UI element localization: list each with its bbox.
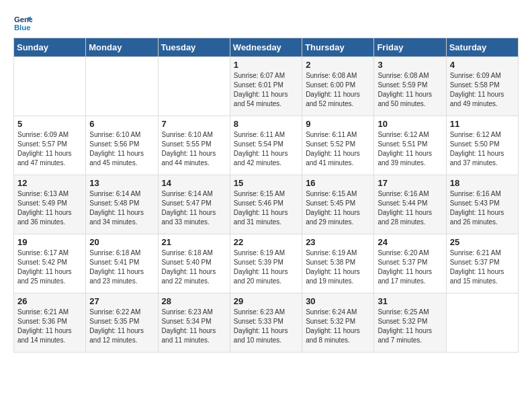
day-number: 28	[162, 296, 226, 306]
calendar-cell: 11Sunrise: 6:12 AM Sunset: 5:50 PM Dayli…	[446, 116, 518, 175]
calendar-cell: 30Sunrise: 6:24 AM Sunset: 5:32 PM Dayli…	[302, 293, 374, 353]
header-thursday: Thursday	[302, 38, 374, 57]
day-content: Sunrise: 6:19 AM Sunset: 5:39 PM Dayligh…	[234, 248, 298, 286]
calendar-cell	[158, 57, 230, 116]
day-content: Sunrise: 6:13 AM Sunset: 5:49 PM Dayligh…	[17, 189, 82, 227]
calendar-week-2: 5Sunrise: 6:09 AM Sunset: 5:57 PM Daylig…	[14, 116, 519, 175]
calendar-cell: 24Sunrise: 6:20 AM Sunset: 5:37 PM Dayli…	[374, 234, 446, 293]
day-number: 26	[17, 296, 82, 306]
day-number: 9	[306, 119, 370, 129]
calendar-week-4: 19Sunrise: 6:17 AM Sunset: 5:42 PM Dayli…	[14, 234, 519, 293]
calendar-week-1: 1Sunrise: 6:07 AM Sunset: 6:01 PM Daylig…	[14, 57, 519, 116]
day-content: Sunrise: 6:15 AM Sunset: 5:45 PM Dayligh…	[306, 189, 370, 227]
day-content: Sunrise: 6:09 AM Sunset: 5:58 PM Dayligh…	[450, 71, 515, 109]
header-friday: Friday	[374, 38, 446, 57]
calendar-cell: 12Sunrise: 6:13 AM Sunset: 5:49 PM Dayli…	[14, 175, 86, 234]
day-content: Sunrise: 6:07 AM Sunset: 6:01 PM Dayligh…	[234, 71, 298, 109]
calendar-cell: 5Sunrise: 6:09 AM Sunset: 5:57 PM Daylig…	[14, 116, 86, 175]
calendar-cell: 17Sunrise: 6:16 AM Sunset: 5:44 PM Dayli…	[374, 175, 446, 234]
header-sunday: Sunday	[14, 38, 86, 57]
calendar-cell: 20Sunrise: 6:18 AM Sunset: 5:41 PM Dayli…	[86, 234, 158, 293]
day-content: Sunrise: 6:16 AM Sunset: 5:43 PM Dayligh…	[450, 189, 515, 227]
calendar-cell: 13Sunrise: 6:14 AM Sunset: 5:48 PM Dayli…	[86, 175, 158, 234]
day-content: Sunrise: 6:23 AM Sunset: 5:34 PM Dayligh…	[162, 308, 226, 345]
calendar-cell: 22Sunrise: 6:19 AM Sunset: 5:39 PM Dayli…	[230, 234, 302, 293]
calendar-cell: 19Sunrise: 6:17 AM Sunset: 5:42 PM Dayli…	[14, 234, 86, 293]
day-number: 13	[89, 178, 154, 188]
day-content: Sunrise: 6:20 AM Sunset: 5:37 PM Dayligh…	[378, 248, 442, 286]
header-tuesday: Tuesday	[158, 38, 230, 57]
day-number: 14	[162, 178, 226, 188]
day-number: 20	[89, 237, 154, 247]
calendar-cell: 21Sunrise: 6:18 AM Sunset: 5:40 PM Dayli…	[158, 234, 230, 293]
calendar-cell	[446, 293, 518, 353]
day-content: Sunrise: 6:18 AM Sunset: 5:41 PM Dayligh…	[89, 248, 154, 286]
day-number: 21	[162, 237, 226, 247]
day-number: 22	[234, 237, 298, 247]
calendar-cell	[86, 57, 158, 116]
day-number: 6	[89, 119, 154, 129]
day-content: Sunrise: 6:18 AM Sunset: 5:40 PM Dayligh…	[162, 248, 226, 286]
day-number: 2	[306, 60, 370, 70]
day-content: Sunrise: 6:10 AM Sunset: 5:56 PM Dayligh…	[89, 130, 154, 168]
svg-text:Blue: Blue	[14, 24, 31, 32]
day-number: 10	[378, 119, 442, 129]
calendar-week-5: 26Sunrise: 6:21 AM Sunset: 5:36 PM Dayli…	[14, 293, 519, 353]
day-number: 31	[378, 296, 442, 306]
calendar-cell: 8Sunrise: 6:11 AM Sunset: 5:54 PM Daylig…	[230, 116, 302, 175]
day-number: 16	[306, 178, 370, 188]
calendar-cell: 23Sunrise: 6:19 AM Sunset: 5:38 PM Dayli…	[302, 234, 374, 293]
day-number: 29	[234, 296, 298, 306]
day-number: 3	[378, 60, 442, 70]
day-content: Sunrise: 6:16 AM Sunset: 5:44 PM Dayligh…	[378, 189, 442, 227]
calendar-cell: 14Sunrise: 6:14 AM Sunset: 5:47 PM Dayli…	[158, 175, 230, 234]
calendar-cell: 18Sunrise: 6:16 AM Sunset: 5:43 PM Dayli…	[446, 175, 518, 234]
day-number: 30	[306, 296, 370, 306]
day-content: Sunrise: 6:10 AM Sunset: 5:55 PM Dayligh…	[162, 130, 226, 168]
day-content: Sunrise: 6:09 AM Sunset: 5:57 PM Dayligh…	[17, 130, 82, 168]
calendar-cell: 28Sunrise: 6:23 AM Sunset: 5:34 PM Dayli…	[158, 293, 230, 353]
day-number: 12	[17, 178, 82, 188]
day-number: 8	[234, 119, 298, 129]
header-saturday: Saturday	[446, 38, 518, 57]
day-content: Sunrise: 6:22 AM Sunset: 5:35 PM Dayligh…	[89, 308, 154, 345]
day-number: 18	[450, 178, 515, 188]
calendar-cell: 9Sunrise: 6:11 AM Sunset: 5:52 PM Daylig…	[302, 116, 374, 175]
day-number: 24	[378, 237, 442, 247]
day-number: 15	[234, 178, 298, 188]
calendar-header-row: SundayMondayTuesdayWednesdayThursdayFrid…	[14, 38, 519, 57]
calendar-table: SundayMondayTuesdayWednesdayThursdayFrid…	[13, 38, 519, 353]
day-content: Sunrise: 6:19 AM Sunset: 5:38 PM Dayligh…	[306, 248, 370, 286]
calendar-cell: 3Sunrise: 6:08 AM Sunset: 5:59 PM Daylig…	[374, 57, 446, 116]
logo-icon: General Blue	[13, 13, 32, 32]
calendar-cell: 27Sunrise: 6:22 AM Sunset: 5:35 PM Dayli…	[86, 293, 158, 353]
header: General Blue	[13, 13, 519, 32]
day-number: 27	[89, 296, 154, 306]
day-content: Sunrise: 6:08 AM Sunset: 5:59 PM Dayligh…	[378, 71, 442, 109]
calendar-week-3: 12Sunrise: 6:13 AM Sunset: 5:49 PM Dayli…	[14, 175, 519, 234]
day-content: Sunrise: 6:24 AM Sunset: 5:32 PM Dayligh…	[306, 308, 370, 345]
calendar-cell: 26Sunrise: 6:21 AM Sunset: 5:36 PM Dayli…	[14, 293, 86, 353]
header-wednesday: Wednesday	[230, 38, 302, 57]
day-content: Sunrise: 6:15 AM Sunset: 5:46 PM Dayligh…	[234, 189, 298, 227]
calendar-cell: 10Sunrise: 6:12 AM Sunset: 5:51 PM Dayli…	[374, 116, 446, 175]
day-content: Sunrise: 6:11 AM Sunset: 5:52 PM Dayligh…	[306, 130, 370, 168]
calendar-cell: 6Sunrise: 6:10 AM Sunset: 5:56 PM Daylig…	[86, 116, 158, 175]
day-content: Sunrise: 6:21 AM Sunset: 5:36 PM Dayligh…	[17, 308, 82, 345]
day-number: 25	[450, 237, 515, 247]
day-content: Sunrise: 6:14 AM Sunset: 5:47 PM Dayligh…	[162, 189, 226, 227]
day-number: 1	[234, 60, 298, 70]
day-content: Sunrise: 6:17 AM Sunset: 5:42 PM Dayligh…	[17, 248, 82, 286]
calendar-cell	[14, 57, 86, 116]
logo: General Blue	[13, 13, 35, 32]
day-number: 17	[378, 178, 442, 188]
calendar-cell: 16Sunrise: 6:15 AM Sunset: 5:45 PM Dayli…	[302, 175, 374, 234]
calendar-cell: 29Sunrise: 6:23 AM Sunset: 5:33 PM Dayli…	[230, 293, 302, 353]
calendar-cell: 2Sunrise: 6:08 AM Sunset: 6:00 PM Daylig…	[302, 57, 374, 116]
day-content: Sunrise: 6:21 AM Sunset: 5:37 PM Dayligh…	[450, 248, 515, 286]
day-number: 19	[17, 237, 82, 247]
calendar-cell: 4Sunrise: 6:09 AM Sunset: 5:58 PM Daylig…	[446, 57, 518, 116]
day-content: Sunrise: 6:11 AM Sunset: 5:54 PM Dayligh…	[234, 130, 298, 168]
day-content: Sunrise: 6:25 AM Sunset: 5:32 PM Dayligh…	[378, 308, 442, 345]
day-content: Sunrise: 6:23 AM Sunset: 5:33 PM Dayligh…	[234, 308, 298, 345]
